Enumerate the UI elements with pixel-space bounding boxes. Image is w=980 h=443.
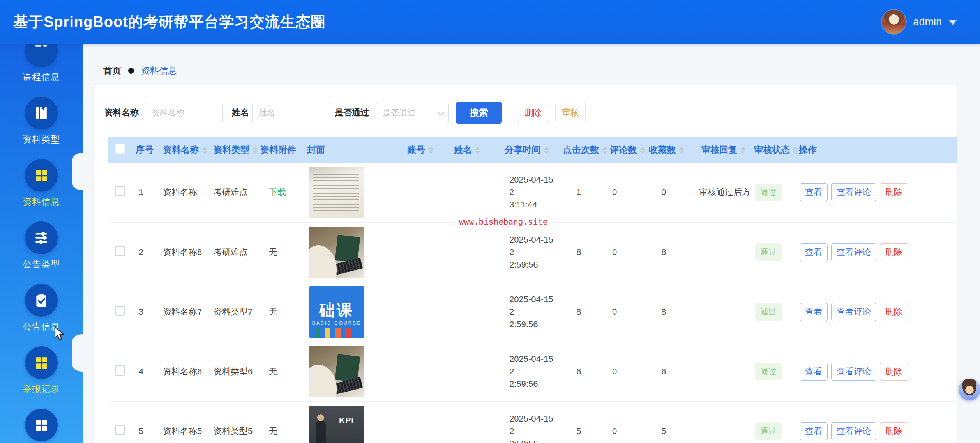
status-badge: 通过 <box>755 243 782 261</box>
service-avatar-button[interactable] <box>959 379 980 400</box>
breadcrumb-current[interactable]: 资料信息 <box>141 65 177 77</box>
view-button[interactable]: 查看 <box>800 243 828 261</box>
view-button[interactable]: 查看 <box>800 363 828 381</box>
sidebar-item-material-info[interactable]: 资料信息 <box>0 159 83 208</box>
row-checkbox[interactable] <box>115 365 125 376</box>
view-comments-button[interactable]: 查看评论 <box>831 243 876 261</box>
cell-favorites: 0 <box>645 163 697 222</box>
row-checkbox[interactable] <box>115 425 125 435</box>
row-checkbox[interactable] <box>115 186 125 196</box>
cell-audit-status: 通过 <box>750 163 795 222</box>
active-item-notch <box>72 153 83 190</box>
status-badge: 通过 <box>755 184 782 201</box>
row-checkbox-cell <box>108 342 132 401</box>
cell-material-type: 考研难点 <box>210 222 256 282</box>
sort-caret-icon[interactable] <box>679 147 684 154</box>
column-header-1[interactable]: 资料名称 <box>159 137 210 163</box>
sidebar-item-course-info[interactable]: 课程信息 <box>0 44 83 83</box>
sidebar-item-notice-info[interactable]: 公告信息 <box>0 284 83 333</box>
username-input[interactable] <box>252 103 330 123</box>
grid-icon <box>25 409 58 441</box>
sidebar-item-forum-category[interactable]: 论坛分类 <box>0 409 83 443</box>
sort-caret-icon[interactable] <box>602 147 607 154</box>
user-menu[interactable]: admin <box>882 0 957 44</box>
delete-row-button[interactable]: 删除 <box>880 303 908 321</box>
sort-caret-icon[interactable] <box>253 147 258 154</box>
view-button[interactable]: 查看 <box>800 422 828 440</box>
download-link[interactable]: 下载 <box>269 187 286 197</box>
filter-bar: 资料名称 姓名 是否通过 是否通过 搜索 删除 审核 <box>104 102 957 123</box>
column-header-11[interactable]: 审核回复 <box>697 137 750 163</box>
cell-actions: 查看查看评论删除 <box>795 282 957 342</box>
sort-caret-icon[interactable] <box>202 147 207 154</box>
search-button[interactable]: 搜索 <box>456 102 502 124</box>
data-table-wrap: 序号资料名称资料类型资料附件封面账号姓名分享时间点击次数评论数收藏数审核回复审核… <box>108 137 957 443</box>
sidebar-item-material-type[interactable]: 资料类型 <box>0 97 83 145</box>
app-header: 基于SpringBoot的考研帮平台学习交流生态圈 admin <box>0 0 980 44</box>
cell-index: 2 <box>132 222 159 282</box>
column-header-0: 序号 <box>132 137 159 163</box>
delete-button[interactable]: 删除 <box>518 103 548 122</box>
cell-attachment: 无 <box>256 282 303 342</box>
cell-share-time: 2025-04-15 22:59:56 <box>501 342 559 401</box>
cell-audit-reply <box>697 222 750 282</box>
row-checkbox-cell <box>108 282 132 342</box>
material-name-input[interactable] <box>145 103 223 123</box>
cell-cover <box>303 222 403 282</box>
cell-clicks: 6 <box>559 342 606 401</box>
active-item-notch <box>72 334 83 372</box>
view-button[interactable]: 查看 <box>800 183 828 201</box>
column-header-6[interactable]: 姓名 <box>450 137 501 163</box>
delete-row-button[interactable]: 删除 <box>880 243 908 261</box>
cell-favorites: 5 <box>645 401 697 443</box>
view-comments-button[interactable]: 查看评论 <box>831 183 876 201</box>
sort-caret-icon[interactable] <box>475 147 480 154</box>
column-header-9[interactable]: 评论数 <box>606 137 645 163</box>
cell-attachment: 下载 <box>256 163 303 222</box>
select-all-checkbox[interactable] <box>115 144 125 154</box>
sort-caret-icon[interactable] <box>740 147 746 154</box>
column-header-7[interactable]: 分享时间 <box>501 137 559 163</box>
sort-caret-icon[interactable] <box>428 147 434 154</box>
sort-caret-icon[interactable] <box>544 147 549 154</box>
column-header-5[interactable]: 账号 <box>403 137 450 163</box>
material-name-label: 资料名称 <box>104 107 139 119</box>
column-header-8[interactable]: 点击次数 <box>559 137 606 163</box>
row-checkbox-cell <box>108 401 132 443</box>
row-checkbox-cell <box>108 163 132 222</box>
delete-row-button[interactable]: 删除 <box>880 422 908 440</box>
sidebar-item-label: 公告类型 <box>23 258 60 270</box>
pass-select[interactable]: 是否通过 <box>376 103 449 123</box>
cover-image <box>309 227 364 278</box>
breadcrumb-home[interactable]: 首页 <box>103 65 121 77</box>
user-avatar[interactable] <box>882 10 906 34</box>
view-comments-button[interactable]: 查看评论 <box>831 363 876 381</box>
dash-book-icon <box>25 44 58 67</box>
cell-account <box>403 222 450 282</box>
app-window: 基于SpringBoot的考研帮平台学习交流生态圈 admin 课程信息资料类型… <box>0 0 980 443</box>
sidebar: 课程信息资料类型资料信息公告类型公告信息举报记录论坛分类 <box>0 44 83 443</box>
cell-account <box>403 163 450 222</box>
sidebar-item-label: 资料信息 <box>23 196 60 208</box>
sidebar-item-label: 举报记录 <box>23 383 60 395</box>
column-header-2[interactable]: 资料类型 <box>210 137 256 163</box>
view-comments-button[interactable]: 查看评论 <box>831 422 876 440</box>
audit-button[interactable]: 审核 <box>555 103 586 122</box>
cell-actions: 查看查看评论删除 <box>795 342 957 401</box>
sidebar-item-notice-type[interactable]: 公告类型 <box>0 222 83 270</box>
delete-row-button[interactable]: 删除 <box>880 363 908 381</box>
sort-caret-icon[interactable] <box>640 147 645 154</box>
cell-share-time: 2025-04-15 23:11:44 <box>501 163 559 222</box>
sort-caret-icon[interactable] <box>793 147 798 154</box>
column-header-10[interactable]: 收藏数 <box>645 137 697 163</box>
cell-index: 5 <box>132 401 159 443</box>
view-comments-button[interactable]: 查看评论 <box>831 303 876 321</box>
row-checkbox[interactable] <box>115 246 125 256</box>
sidebar-item-report-record[interactable]: 举报记录 <box>0 346 83 395</box>
delete-row-button[interactable]: 删除 <box>880 183 908 201</box>
view-button[interactable]: 查看 <box>800 303 828 321</box>
row-checkbox[interactable] <box>115 306 125 316</box>
column-header-12[interactable]: 审核状态 <box>750 137 795 163</box>
chevron-down-icon <box>949 20 957 25</box>
table-row: 5资料名称5资料类型5无KPI2025-04-15 22:59:56505通过查… <box>108 401 957 443</box>
